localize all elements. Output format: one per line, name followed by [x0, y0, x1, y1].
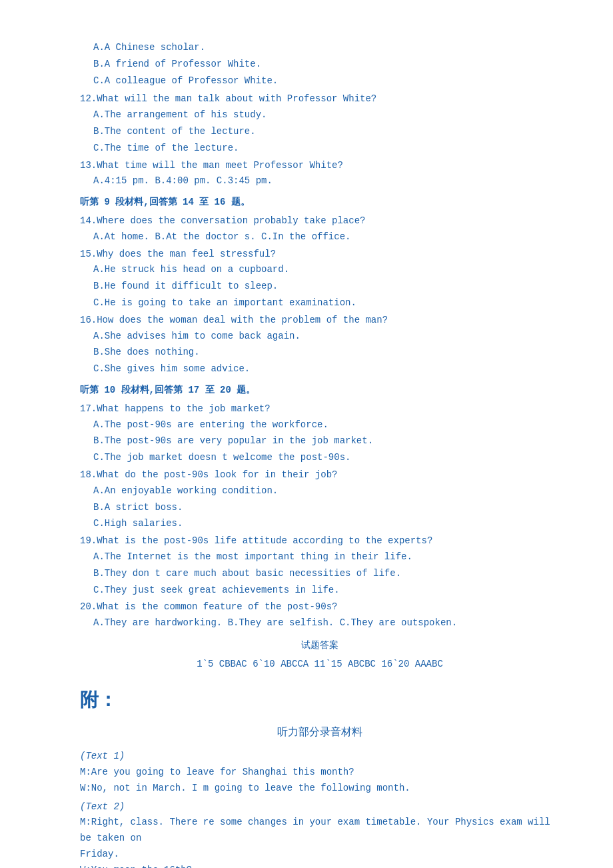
q13-text: 13.What time will the man meet Professor… — [80, 158, 560, 174]
question-14: 14.Where does the conversation probably … — [80, 213, 560, 245]
question-13: 13.What time will the man meet Professor… — [80, 158, 560, 190]
q15-option-b: B.He found it difficult to sleep. — [80, 279, 560, 295]
q15-option-c: C.He is going to take an important exami… — [80, 295, 560, 311]
q17-option-c: C.The job market doesn t welcome the pos… — [80, 450, 560, 466]
q17-option-b: B.The post-90s are very popular in the j… — [80, 433, 560, 449]
q19-option-a: A.The Internet is the most important thi… — [80, 549, 560, 565]
answer-title: 试题答案 — [80, 638, 560, 654]
text-blocks: (Text 1) M:Are you going to leave for Sh… — [80, 749, 560, 868]
section10-header: 听第 10 段材料,回答第 17 至 20 题。 — [80, 383, 560, 399]
question-18: 18.What do the post-90s look for in thei… — [80, 467, 560, 532]
q20-options-inline: A.They are hardworking. B.They are selfi… — [80, 615, 560, 631]
question-17: 17.What happens to the job market? A.The… — [80, 401, 560, 466]
q13-options-inline: A.4:15 pm. B.4:00 pm. C.3:45 pm. — [80, 173, 560, 189]
q17-text: 17.What happens to the job market? — [80, 401, 560, 417]
q19-option-c: C.They just seek great achievements in l… — [80, 583, 560, 599]
q12-option-a: A.The arrangement of his study. — [80, 107, 560, 123]
q20-text: 20.What is the common feature of the pos… — [80, 599, 560, 615]
q12-option-c: C.The time of the lecture. — [80, 141, 560, 157]
text2-line1: M:Right, class. There re some changes in… — [80, 815, 560, 847]
q15-option-a: A.He struck his head on a cupboard. — [80, 262, 560, 278]
text2-label: (Text 2) — [80, 799, 560, 815]
q18-option-a: A.An enjoyable working condition. — [80, 483, 560, 499]
question-19: 19.What is the post-90s life attitude ac… — [80, 533, 560, 598]
text2-line2: Friday. — [80, 847, 560, 863]
page-content: A.A Chinese scholar. B.A friend of Profe… — [80, 40, 560, 868]
option-b: B.A friend of Professor White. — [80, 57, 560, 73]
text1-block: (Text 1) M:Are you going to leave for Sh… — [80, 749, 560, 796]
question-20: 20.What is the common feature of the pos… — [80, 599, 560, 631]
q18-option-b: B.A strict boss. — [80, 500, 560, 516]
answer-section: 试题答案 1`5 CBBAC 6`10 ABCCA 11`15 ABCBC 16… — [80, 638, 560, 673]
q18-option-c: C.High salaries. — [80, 516, 560, 532]
q18-text: 18.What do the post-90s look for in thei… — [80, 467, 560, 483]
q19-option-b: B.They don t care much about basic neces… — [80, 566, 560, 582]
text2-line3: W:You mean the 16th? — [80, 863, 560, 868]
text2-block: (Text 2) M:Right, class. There re some c… — [80, 799, 560, 868]
option-a: A.A Chinese scholar. — [80, 40, 560, 56]
text1-label: (Text 1) — [80, 749, 560, 765]
q12-option-b: B.The content of the lecture. — [80, 124, 560, 140]
text1-line2: W:No, not in March. I m going to leave t… — [80, 781, 560, 797]
question-16: 16.How does the woman deal with the prob… — [80, 313, 560, 377]
q16-option-a: A.She advises him to come back again. — [80, 329, 560, 345]
text1-line1: M:Are you going to leave for Shanghai th… — [80, 765, 560, 781]
q12-text: 12.What will the man talk about with Pro… — [80, 91, 560, 107]
q14-options-inline: A.At home. B.At the doctor s. C.In the o… — [80, 229, 560, 245]
q16-option-b: B.She does nothing. — [80, 345, 560, 361]
option-c: C.A colleague of Professor White. — [80, 73, 560, 89]
answer-line: 1`5 CBBAC 6`10 ABCCA 11`15 ABCBC 16`20 A… — [80, 657, 560, 673]
section9-header: 听第 9 段材料,回答第 14 至 16 题。 — [80, 195, 560, 211]
question-12: 12.What will the man talk about with Pro… — [80, 91, 560, 156]
top-options: A.A Chinese scholar. B.A friend of Profe… — [80, 40, 560, 89]
q17-option-a: A.The post-90s are entering the workforc… — [80, 417, 560, 433]
q16-text: 16.How does the woman deal with the prob… — [80, 313, 560, 329]
appendix-title: 附： — [80, 685, 560, 717]
q16-option-c: C.She gives him some advice. — [80, 361, 560, 377]
audio-title: 听力部分录音材料 — [80, 724, 560, 742]
question-15: 15.Why does the man feel stressful? A.He… — [80, 247, 560, 311]
q14-text: 14.Where does the conversation probably … — [80, 213, 560, 229]
q15-text: 15.Why does the man feel stressful? — [80, 247, 560, 263]
q19-text: 19.What is the post-90s life attitude ac… — [80, 533, 560, 549]
